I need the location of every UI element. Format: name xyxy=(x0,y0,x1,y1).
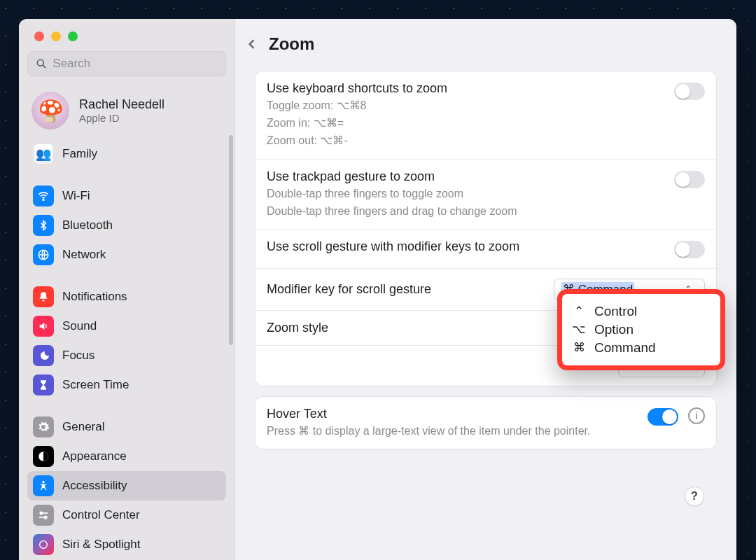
toggle-trackpad-gesture[interactable] xyxy=(674,171,705,188)
row-scroll-gesture: Use scroll gesture with modifier keys to… xyxy=(255,230,716,269)
row-subtitle: Zoom out: ⌥⌘- xyxy=(267,132,447,148)
window-traffic-lights xyxy=(19,19,234,51)
row-subtitle: Press ⌘ to display a large-text view of … xyxy=(267,423,590,439)
row-title: Use trackpad gesture to zoom xyxy=(267,169,517,184)
row-modifier-key: Modifier key for scroll gesture ⌘ Comman… xyxy=(255,269,716,311)
sidebar-item-label: Focus xyxy=(62,349,94,363)
sidebar-item-controlcenter[interactable]: Control Center xyxy=(27,500,226,530)
sidebar-item-label: Siri & Spotlight xyxy=(62,538,141,552)
svg-line-1 xyxy=(43,65,46,68)
sidebar-item-appearance[interactable]: Appearance xyxy=(27,442,226,471)
bluetooth-icon xyxy=(33,215,54,236)
row-subtitle: Zoom in: ⌥⌘= xyxy=(267,115,447,131)
sidebar-item-label: Family xyxy=(62,147,97,161)
option-label: Control xyxy=(594,304,637,319)
family-icon: 👥 xyxy=(33,144,54,164)
modifier-option-control[interactable]: ⌃ Control xyxy=(572,302,710,321)
command-key-icon: ⌘ xyxy=(572,340,586,355)
sidebar-item-focus[interactable]: Focus xyxy=(27,341,226,370)
modifier-option-command[interactable]: ⌘ Command xyxy=(572,339,710,357)
sidebar: 🍄 Rachel Needell Apple ID 👥 Family Wi-Fi… xyxy=(19,19,235,560)
search-input[interactable] xyxy=(52,57,218,71)
modifier-dropdown-menu: ⌃ Control ⌥ Option ⌘ Command xyxy=(557,289,725,370)
sidebar-item-notifications[interactable]: Notifications xyxy=(27,282,226,312)
svg-point-0 xyxy=(37,59,43,66)
minimize-button[interactable] xyxy=(51,31,61,41)
sidebar-item-label: Network xyxy=(62,248,106,262)
sidebar-item-wifi[interactable]: Wi-Fi xyxy=(27,181,226,211)
sidebar-item-label: Screen Time xyxy=(62,378,129,392)
sidebar-item-screentime[interactable]: Screen Time xyxy=(27,370,226,400)
sidebar-item-sound[interactable]: Sound xyxy=(27,312,226,341)
row-subtitle: Toggle zoom: ⌥⌘8 xyxy=(267,97,447,113)
settings-window: 🍄 Rachel Needell Apple ID 👥 Family Wi-Fi… xyxy=(19,19,736,560)
titlebar: Zoom xyxy=(235,19,736,66)
toggle-keyboard-shortcuts[interactable] xyxy=(674,83,705,100)
search-icon xyxy=(36,57,47,70)
back-button[interactable] xyxy=(245,37,259,51)
siri-icon xyxy=(33,534,54,555)
avatar: 🍄 xyxy=(31,92,69,130)
sidebar-item-siri[interactable]: Siri & Spotlight xyxy=(27,530,226,559)
search-container xyxy=(19,51,234,86)
close-button[interactable] xyxy=(34,31,44,41)
toggle-hover-text[interactable] xyxy=(648,408,678,426)
control-center-icon xyxy=(33,505,54,526)
sidebar-item-label: Sound xyxy=(62,319,97,333)
sidebar-item-network[interactable]: Network xyxy=(27,240,226,270)
appearance-icon xyxy=(33,446,54,467)
sidebar-item-accessibility[interactable]: Accessibility xyxy=(27,471,226,500)
row-subtitle: Double-tap three fingers to toggle zoom xyxy=(267,186,517,202)
sidebar-item-label: Wi-Fi xyxy=(62,189,90,203)
row-subtitle: Double-tap three fingers and drag to cha… xyxy=(267,203,517,219)
row-title: Hover Text xyxy=(267,407,590,421)
sidebar-item-label: Notifications xyxy=(62,290,127,304)
sidebar-scroll: 🍄 Rachel Needell Apple ID 👥 Family Wi-Fi… xyxy=(19,86,234,560)
svg-point-8 xyxy=(44,516,46,518)
sidebar-item-label: Bluetooth xyxy=(62,218,113,232)
option-label: Option xyxy=(594,322,634,337)
account-subtitle: Apple ID xyxy=(79,112,164,124)
option-key-icon: ⌥ xyxy=(572,322,586,337)
sidebar-item-family[interactable]: 👥 Family xyxy=(27,139,226,169)
svg-point-10 xyxy=(40,541,48,549)
control-key-icon: ⌃ xyxy=(572,304,586,318)
sidebar-item-label: Accessibility xyxy=(62,479,127,493)
row-keyboard-shortcuts: Use keyboard shortcuts to zoom Toggle zo… xyxy=(255,71,716,160)
account-name: Rachel Needell xyxy=(79,97,164,112)
row-title: Use scroll gesture with modifier keys to… xyxy=(267,239,519,254)
page-title: Zoom xyxy=(269,34,314,54)
chevron-left-icon xyxy=(245,37,259,51)
modifier-option-option[interactable]: ⌥ Option xyxy=(572,321,710,339)
sound-icon xyxy=(33,316,54,337)
main-pane: Zoom Use keyboard shortcuts to zoom Togg… xyxy=(235,19,736,560)
wifi-icon xyxy=(33,186,54,206)
zoom-settings-card: Use keyboard shortcuts to zoom Toggle zo… xyxy=(255,71,717,386)
network-icon xyxy=(33,244,54,265)
accessibility-icon xyxy=(33,475,54,496)
option-label: Command xyxy=(594,340,656,356)
row-title: Modifier key for scroll gesture xyxy=(267,282,431,297)
hover-text-card: Hover Text Press ⌘ to display a large-te… xyxy=(255,396,717,449)
toggle-scroll-gesture[interactable] xyxy=(674,241,705,258)
svg-point-5 xyxy=(42,481,44,483)
sidebar-item-label: Control Center xyxy=(62,508,140,522)
sidebar-item-bluetooth[interactable]: Bluetooth xyxy=(27,211,226,240)
svg-point-2 xyxy=(43,199,44,200)
zoom-button[interactable] xyxy=(68,31,78,41)
info-icon[interactable]: i xyxy=(688,407,705,424)
sidebar-item-general[interactable]: General xyxy=(27,412,226,442)
focus-icon xyxy=(33,345,54,366)
sidebar-scrollbar[interactable] xyxy=(229,135,233,345)
row-title: Zoom style xyxy=(267,321,328,335)
sidebar-item-label: Appearance xyxy=(62,449,127,463)
notifications-icon xyxy=(33,286,54,307)
account-row[interactable]: 🍄 Rachel Needell Apple ID xyxy=(27,86,226,139)
screentime-icon xyxy=(33,374,54,396)
row-title: Use keyboard shortcuts to zoom xyxy=(267,81,447,96)
svg-point-6 xyxy=(40,512,42,514)
sidebar-item-label: General xyxy=(62,420,104,434)
row-trackpad-gesture: Use trackpad gesture to zoom Double-tap … xyxy=(255,160,716,230)
help-button[interactable]: ? xyxy=(685,486,704,506)
search-field[interactable] xyxy=(27,51,226,76)
